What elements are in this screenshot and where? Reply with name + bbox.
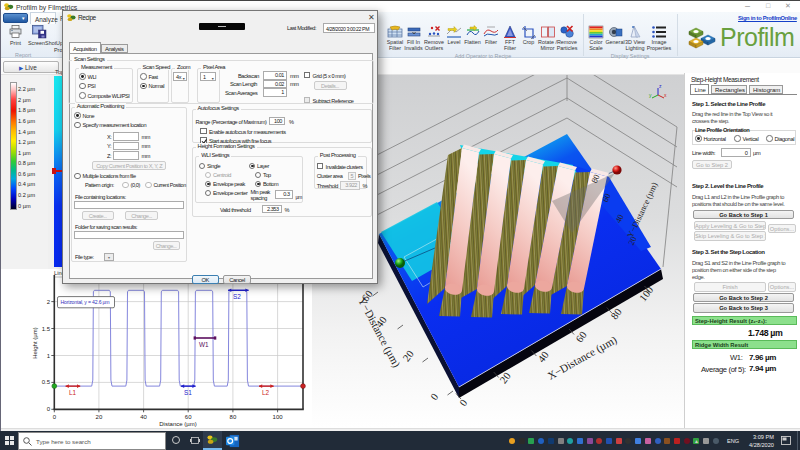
svg-text:1: 1 [47, 353, 51, 359]
svg-text:x: x [664, 92, 667, 98]
svg-text:Y−Distance (µm): Y−Distance (µm) [625, 180, 659, 239]
svg-text:0: 0 [457, 397, 469, 408]
svg-text:L2: L2 [262, 389, 270, 396]
svg-text:Y−Distance (µm): Y−Distance (µm) [355, 295, 403, 370]
svg-text:Height (µm): Height (µm) [32, 327, 38, 358]
svg-text:S1: S1 [184, 389, 192, 396]
svg-text:0: 0 [53, 414, 57, 420]
svg-text:20: 20 [96, 414, 103, 420]
svg-text:Horizontal, y = 42.6 µm: Horizontal, y = 42.6 µm [61, 299, 110, 305]
svg-text:60: 60 [185, 414, 192, 420]
svg-text:0: 0 [47, 406, 51, 412]
svg-text:80: 80 [230, 414, 237, 420]
svg-text:0.5: 0.5 [42, 379, 51, 385]
svg-text:L1: L1 [69, 389, 77, 396]
svg-text:60: 60 [574, 329, 589, 344]
svg-text:100: 100 [273, 414, 284, 420]
svg-text:0: 0 [428, 391, 440, 402]
svg-text:20: 20 [401, 348, 416, 363]
svg-text:S2: S2 [233, 293, 241, 300]
svg-text:Distance (µm): Distance (µm) [159, 421, 196, 427]
svg-text:2: 2 [47, 299, 51, 305]
svg-text:y: y [649, 92, 652, 98]
svg-text:W1: W1 [199, 341, 209, 348]
svg-text:1.5: 1.5 [42, 326, 51, 332]
svg-text:40: 40 [140, 414, 147, 420]
svg-text:z: z [659, 83, 662, 89]
